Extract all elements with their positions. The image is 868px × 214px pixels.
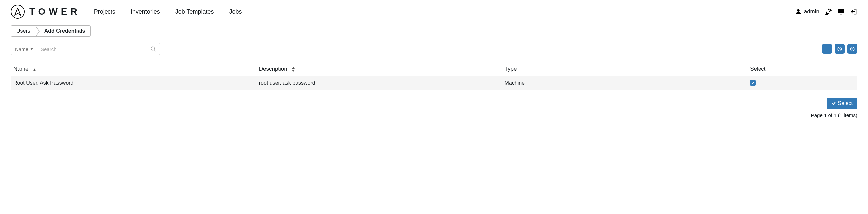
activity-button[interactable] <box>835 44 845 54</box>
cell-description: root user, ask password <box>256 76 502 91</box>
breadcrumb-users-label: Users <box>16 28 30 34</box>
monitor-icon[interactable] <box>837 8 845 15</box>
footer: Select Page 1 of 1 (1 items) <box>11 98 857 118</box>
settings-icon[interactable] <box>825 8 832 15</box>
sort-both-icon <box>291 67 295 72</box>
column-header-description-label: Description <box>259 66 287 72</box>
svg-text:?: ? <box>851 47 853 50</box>
logout-icon[interactable] <box>850 8 857 15</box>
search-input[interactable] <box>41 46 150 52</box>
column-header-description[interactable]: Description <box>256 63 502 76</box>
column-header-name[interactable]: Name ▲ <box>11 63 256 76</box>
breadcrumb-users[interactable]: Users <box>11 26 36 36</box>
nav-jobs[interactable]: Jobs <box>229 8 242 15</box>
check-icon <box>831 101 836 106</box>
brand-logo-icon <box>11 5 25 19</box>
select-checkbox[interactable] <box>750 80 755 86</box>
breadcrumb-add-credentials-label: Add Credentials <box>44 28 85 34</box>
main-nav: Projects Inventories Job Templates Jobs <box>94 8 242 15</box>
user-icon <box>796 9 801 14</box>
nav-projects[interactable]: Projects <box>94 8 116 15</box>
search-group: Name <box>11 42 160 55</box>
select-button-label: Select <box>838 100 853 106</box>
current-user[interactable]: admin <box>796 8 819 15</box>
help-button[interactable]: ? <box>847 44 857 54</box>
column-header-type-label: Type <box>504 66 517 72</box>
top-bar: TOWER Projects Inventories Job Templates… <box>0 0 868 23</box>
breadcrumb-add-credentials[interactable]: Add Credentials <box>36 26 91 36</box>
svg-rect-0 <box>838 9 844 13</box>
search-filter-label: Name <box>15 46 28 52</box>
cell-type: Machine <box>502 76 747 91</box>
breadcrumb-row: Users Add Credentials <box>11 25 857 37</box>
table-row[interactable]: Root User, Ask Password root user, ask p… <box>11 76 857 91</box>
column-header-type: Type <box>502 63 747 76</box>
content-area: Users Add Credentials Name <box>0 25 868 124</box>
brand-name: TOWER <box>29 6 81 17</box>
svg-rect-1 <box>840 13 842 14</box>
column-header-select-label: Select <box>750 66 766 72</box>
select-button[interactable]: Select <box>827 98 857 109</box>
topbar-right: admin <box>796 8 857 15</box>
cell-select <box>747 76 857 91</box>
svg-point-2 <box>151 46 155 50</box>
column-header-select: Select <box>747 63 857 76</box>
search-icon[interactable] <box>150 46 156 52</box>
svg-line-3 <box>154 49 156 51</box>
sort-asc-icon: ▲ <box>33 67 36 71</box>
check-icon <box>751 81 754 85</box>
clock-icon <box>837 46 842 51</box>
question-icon: ? <box>850 46 855 51</box>
cell-name: Root User, Ask Password <box>11 76 256 91</box>
column-header-name-label: Name <box>13 66 28 72</box>
caret-down-icon <box>30 48 33 50</box>
toolbar-right: ? <box>822 44 857 54</box>
search-filter-dropdown[interactable]: Name <box>11 43 37 55</box>
user-name-label: admin <box>804 8 819 15</box>
add-button[interactable] <box>822 44 832 54</box>
brand[interactable]: TOWER <box>11 5 81 19</box>
nav-job-templates[interactable]: Job Templates <box>176 8 214 15</box>
breadcrumb: Users Add Credentials <box>11 25 91 37</box>
credentials-table: Name ▲ Description Type Select <box>11 63 857 91</box>
nav-inventories[interactable]: Inventories <box>131 8 160 15</box>
toolbar: Name ? <box>11 42 857 55</box>
search-input-wrap <box>37 43 160 55</box>
plus-icon <box>825 46 830 51</box>
pagination-info: Page 1 of 1 (1 items) <box>811 112 857 118</box>
